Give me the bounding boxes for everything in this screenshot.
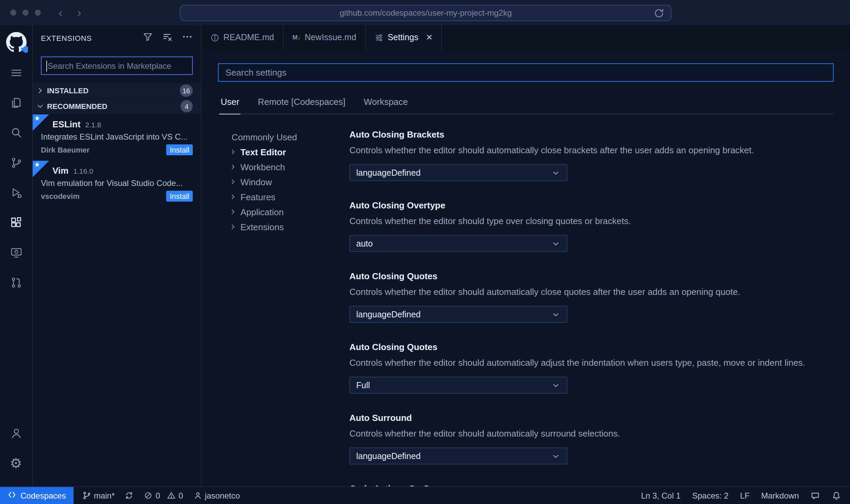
section-label: RECOMMENDED [47,102,107,110]
codespaces-remote-indicator[interactable]: Codespaces [0,487,73,504]
toc-application[interactable]: Application [229,204,341,219]
refresh-icon[interactable] [653,7,665,19]
search-icon[interactable] [2,119,30,146]
settings-editor: User Remote [Codespaces] Workspace Commo… [202,50,850,486]
setting-title: Code Actions On Save [349,484,834,486]
dropdown-value: languageDefined [356,451,421,461]
chevron-down-icon [551,380,561,390]
more-actions-icon[interactable] [182,31,193,45]
browser-forward-icon[interactable]: › [77,7,81,18]
extensions-icon[interactable] [2,209,30,236]
settings-gear-icon[interactable]: ⚙ [2,450,30,477]
browser-back-icon[interactable]: ‹ [59,7,62,18]
setting-value-dropdown[interactable]: auto [349,235,567,252]
app-window: ‹ › github.com/codespaces/user-my-projec… [0,0,850,504]
settings-search-box [218,63,834,82]
branch-indicator[interactable]: main* [82,491,114,500]
toc-text-editor[interactable]: Text Editor [229,144,341,159]
eol-indicator[interactable]: LF [740,491,750,500]
setting-value-dropdown[interactable]: languageDefined [349,306,567,323]
feedback-indicator[interactable] [810,491,820,500]
toc-commonly-used[interactable]: Commonly Used [229,129,341,144]
github-logo-icon[interactable] [6,32,26,52]
browser-address-bar[interactable]: github.com/codespaces/user-my-project-mg… [180,5,672,21]
scope-tab-remote[interactable]: Remote [Codespaces] [258,97,345,107]
toc-label: Workbench [240,162,285,172]
toc-label: Application [240,207,284,217]
window-minimize-button[interactable] [22,10,29,16]
extension-name: Vim [52,166,68,176]
sidebar-section-recommended[interactable]: RECOMMENDED 4 [33,99,201,114]
setting-title: Auto Closing Brackets [349,129,834,140]
chevron-right-icon [229,178,237,186]
chevron-down-icon [551,451,561,461]
extensions-search-input[interactable] [42,57,192,74]
language-mode-indicator[interactable]: Markdown [761,491,799,500]
setting-value-dropdown[interactable]: languageDefined [349,447,567,464]
toc-label: Features [240,192,276,202]
install-button[interactable]: Install [167,191,193,202]
sidebar-section-installed[interactable]: INSTALLED 16 [33,83,201,98]
toc-extensions[interactable]: Extensions [229,219,341,234]
extension-list-item[interactable]: ★ Vim 1.16.0 Vim emulation for Visual St… [33,161,201,207]
cursor-position: Ln 3, Col 1 [641,491,680,500]
tab-label: NewIssue.md [305,33,356,42]
activity-bar: ⚙ [0,25,33,486]
clear-filter-icon[interactable] [162,31,173,45]
toc-features[interactable]: Features [229,189,341,204]
codespaces-icon [7,490,16,501]
setting-value-dropdown[interactable]: languageDefined [349,164,567,181]
window-maximize-button[interactable] [35,10,41,16]
setting-auto-closing-quotes: Auto Closing Quotes Controls whether the… [349,271,834,323]
toc-label: Text Editor [240,147,286,157]
indentation: Spaces: 2 [692,491,729,500]
sync-indicator[interactable] [125,491,134,500]
dropdown-value: languageDefined [356,168,421,177]
workbench: ⚙ EXTENSIONS [0,25,850,486]
toc-workbench[interactable]: Workbench [229,159,341,174]
menu-icon[interactable] [2,59,30,86]
setting-title: Auto Closing Overtype [349,200,834,210]
settings-search-input[interactable] [219,64,833,81]
account-icon[interactable] [2,420,30,447]
dropdown-value: Full [356,380,370,390]
setting-description: Controls whether the editor should autom… [349,287,834,297]
cursor-position-indicator[interactable]: Ln 3, Col 1 [641,491,680,500]
setting-auto-surround: Auto Surround Controls whether the edito… [349,413,834,464]
extension-publisher: vscodevim [41,192,80,200]
problems-indicator[interactable]: 0 0 [144,491,183,500]
vscode-logo-icon [20,46,28,53]
pull-request-icon[interactable] [2,269,30,296]
feedback-icon [810,491,820,500]
install-button[interactable]: Install [167,144,193,155]
star-icon: ★ [34,115,40,122]
tab-readme[interactable]: README.md [202,25,284,50]
close-icon[interactable]: ✕ [426,33,432,42]
settings-list: Auto Closing Brackets Controls whether t… [349,129,834,486]
window-close-button[interactable] [10,10,16,16]
settings-scope-tabs: User Remote [Codespaces] Workspace [218,97,834,114]
notifications-indicator[interactable] [832,491,841,500]
codespaces-label: Codespaces [20,491,66,500]
extension-list-item[interactable]: ★ ESLint 2.1.8 Integrates ESLint JavaScr… [33,114,201,161]
setting-value-dropdown[interactable]: Full [349,377,567,394]
filter-icon[interactable] [142,31,153,45]
tab-newissue[interactable]: M↓ NewIssue.md [284,25,366,50]
run-debug-icon[interactable] [2,179,30,206]
remote-user-indicator[interactable]: jasonetco [193,491,240,500]
tab-settings[interactable]: Settings ✕ [366,25,442,50]
setting-auto-closing-overtype: Auto Closing Overtype Controls whether t… [349,200,834,252]
explorer-icon[interactable] [2,89,30,116]
setting-description: Controls whether the editor should autom… [349,358,834,368]
scope-tab-user[interactable]: User [221,97,239,107]
extensions-search-box [41,57,193,75]
scope-tab-workspace[interactable]: Workspace [364,97,408,107]
chevron-down-icon [551,239,561,248]
chevron-right-icon [35,86,45,95]
extension-description: Vim emulation for Visual Studio Code... [41,178,193,188]
branch-name: main* [94,491,114,500]
indentation-indicator[interactable]: Spaces: 2 [692,491,729,500]
remote-explorer-icon[interactable] [2,239,30,266]
toc-window[interactable]: Window [229,174,341,189]
source-control-icon[interactable] [2,149,30,176]
